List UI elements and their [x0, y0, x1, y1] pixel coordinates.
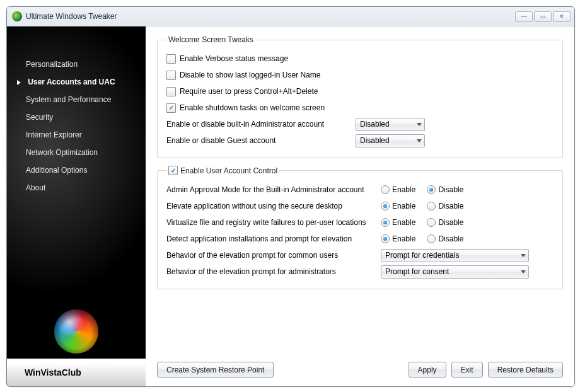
- radio-label: Enable: [392, 218, 415, 227]
- enable-shutdown-tasks-checkbox[interactable]: [166, 103, 176, 113]
- setting-label: Detect application installations and pro…: [166, 234, 381, 243]
- sidebar-item-label: Personalization: [26, 60, 78, 69]
- maximize-icon: ▭: [540, 14, 546, 20]
- close-button[interactable]: ✕: [553, 11, 571, 22]
- brand-label: WinVistaClub: [7, 359, 146, 386]
- legend-label: Enable User Account Control: [180, 166, 277, 175]
- sidebar-item-label: Additional Options: [26, 166, 87, 175]
- uac-group: Enable User Account Control Admin Approv…: [157, 166, 563, 289]
- chevron-down-icon: [417, 139, 422, 142]
- group-legend: Welcome Screen Tweaks: [166, 35, 255, 44]
- checkbox-label: Enable Verbose status message: [180, 54, 288, 63]
- verbose-status-checkbox[interactable]: [166, 54, 176, 64]
- sidebar-item-personalization[interactable]: Personalization: [7, 55, 146, 73]
- sidebar-item-label: Internet Explorer: [26, 130, 82, 139]
- elevate-secure-disable-radio[interactable]: [427, 202, 436, 210]
- sidebar-item-about[interactable]: About: [7, 179, 146, 197]
- chevron-down-icon: [417, 123, 422, 126]
- common-users-prompt-select[interactable]: Prompt for credentials: [381, 249, 529, 262]
- create-restore-point-button[interactable]: Create System Restore Point: [157, 362, 274, 378]
- welcome-screen-tweaks-group: Welcome Screen Tweaks Enable Verbose sta…: [157, 35, 563, 158]
- detect-install-enable-radio[interactable]: [381, 234, 390, 243]
- guest-account-select[interactable]: Disabled: [356, 134, 425, 147]
- maximize-button[interactable]: ▭: [534, 11, 552, 22]
- virtualize-enable-radio[interactable]: [381, 218, 390, 227]
- admin-approval-enable-radio[interactable]: [381, 185, 390, 194]
- chevron-down-icon: [521, 270, 526, 274]
- group-legend: Enable User Account Control: [166, 166, 279, 175]
- select-row: Behavior of the elevation prompt for com…: [166, 248, 554, 262]
- radio-row: Detect application installations and pro…: [166, 232, 554, 246]
- sidebar-item-label: Security: [26, 113, 53, 122]
- footer-bar: Create System Restore Point Apply Exit R…: [146, 355, 574, 386]
- radio-label: Disable: [438, 202, 463, 210]
- apply-button[interactable]: Apply: [409, 362, 446, 378]
- checkbox-label: Require user to press Control+Alt+Delete: [180, 87, 318, 96]
- virtualize-disable-radio[interactable]: [427, 218, 436, 227]
- windows-orb-icon: [54, 309, 98, 354]
- select-value: Prompt for credentials: [385, 251, 459, 260]
- detect-install-disable-radio[interactable]: [427, 234, 436, 243]
- sidebar-logo: [7, 306, 146, 359]
- close-icon: ✕: [559, 14, 564, 20]
- button-label: Restore Defaults: [497, 366, 554, 374]
- sidebar: Personalization User Accounts and UAC Sy…: [7, 26, 146, 386]
- main-panel: Welcome Screen Tweaks Enable Verbose sta…: [146, 26, 574, 386]
- radio-label: Enable: [392, 202, 415, 210]
- radio-label: Disable: [438, 218, 463, 227]
- sidebar-item-additional-options[interactable]: Additional Options: [7, 161, 146, 179]
- select-row: Behavior of the elevation prompt for adm…: [166, 265, 554, 279]
- select-value: Prompt for consent: [385, 267, 449, 276]
- window-controls: — ▭ ✕: [515, 11, 571, 22]
- enable-uac-checkbox[interactable]: [168, 166, 178, 175]
- sidebar-item-label: Network Optimization: [26, 148, 98, 157]
- setting-label: Admin Approval Mode for the Built-in Adm…: [166, 185, 381, 194]
- minimize-icon: —: [521, 14, 527, 20]
- admin-account-select[interactable]: Disabled: [356, 118, 425, 131]
- sidebar-item-system-performance[interactable]: System and Performance: [7, 91, 146, 108]
- setting-label: Behavior of the elevation prompt for adm…: [166, 267, 381, 276]
- app-icon: [12, 11, 22, 21]
- checkbox-label: Enable shutdown tasks on welcome screen: [180, 103, 325, 112]
- radio-label: Disable: [438, 234, 463, 243]
- button-label: Create System Restore Point: [166, 366, 264, 374]
- select-value: Disabled: [360, 136, 390, 145]
- select-value: Disabled: [360, 120, 390, 129]
- window-title: Ultimate Windows Tweaker: [26, 12, 515, 21]
- sidebar-item-internet-explorer[interactable]: Internet Explorer: [7, 126, 146, 144]
- admin-prompt-select[interactable]: Prompt for consent: [381, 265, 529, 279]
- disable-last-user-checkbox[interactable]: [166, 71, 176, 80]
- button-label: Exit: [461, 366, 473, 374]
- radio-row: Admin Approval Mode for the Built-in Adm…: [166, 183, 554, 197]
- setting-label: Elevate application without using the se…: [166, 202, 381, 210]
- radio-label: Disable: [438, 185, 463, 194]
- content-area: Welcome Screen Tweaks Enable Verbose sta…: [146, 26, 574, 355]
- admin-approval-disable-radio[interactable]: [427, 185, 436, 194]
- checkbox-row: Require user to press Control+Alt+Delete: [166, 84, 554, 98]
- chevron-down-icon: [521, 254, 526, 257]
- radio-label: Enable: [392, 185, 415, 194]
- sidebar-item-user-accounts-uac[interactable]: User Accounts and UAC: [7, 73, 146, 91]
- sidebar-item-security[interactable]: Security: [7, 108, 146, 126]
- select-row: Enable or disable Guest account Disabled: [166, 134, 554, 147]
- application-window: Ultimate Windows Tweaker — ▭ ✕ Personali…: [6, 6, 575, 387]
- checkbox-row: Disable to show last logged-in User Name: [166, 68, 554, 82]
- titlebar: Ultimate Windows Tweaker — ▭ ✕: [7, 7, 574, 26]
- setting-label: Behavior of the elevation prompt for com…: [166, 251, 381, 260]
- minimize-button[interactable]: —: [515, 11, 533, 22]
- checkbox-row: Enable Verbose status message: [166, 52, 554, 66]
- radio-label: Enable: [392, 234, 415, 243]
- require-ctrl-alt-del-checkbox[interactable]: [166, 87, 176, 96]
- sidebar-item-network-optimization[interactable]: Network Optimization: [7, 144, 146, 161]
- radio-row: Virtualize file and registry write failu…: [166, 216, 554, 229]
- elevate-secure-enable-radio[interactable]: [381, 202, 390, 210]
- checkbox-label: Disable to show last logged-in User Name: [180, 71, 320, 79]
- restore-defaults-button[interactable]: Restore Defaults: [488, 362, 563, 378]
- setting-label: Virtualize file and registry write failu…: [166, 218, 381, 227]
- radio-row: Elevate application without using the se…: [166, 199, 554, 213]
- checkbox-row: Enable shutdown tasks on welcome screen: [166, 101, 554, 115]
- setting-label: Enable or disable Guest account: [166, 136, 356, 145]
- sidebar-item-label: User Accounts and UAC: [28, 78, 115, 86]
- exit-button[interactable]: Exit: [451, 362, 483, 378]
- sidebar-item-label: System and Performance: [26, 95, 111, 104]
